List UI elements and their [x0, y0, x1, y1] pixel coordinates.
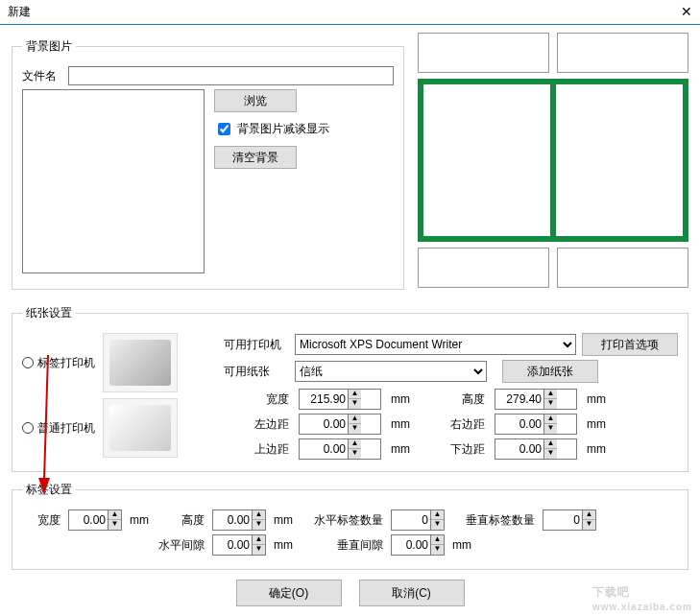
avail-paper-select[interactable]: 信纸	[295, 361, 487, 382]
radio-circle-icon	[22, 422, 34, 434]
fade-checkbox-label: 背景图片减谈显示	[237, 121, 329, 137]
label-vgap-unit: mm	[452, 538, 471, 552]
paper-bottom-label: 下边距	[433, 441, 485, 458]
paper-width-label: 宽度	[233, 391, 289, 408]
label-height-unit: mm	[274, 513, 293, 527]
radio-circle-icon	[22, 357, 34, 368]
label-vcount-label: 垂直标签数量	[452, 512, 535, 529]
spin-down-icon[interactable]: ▼	[349, 399, 361, 409]
fade-checkbox[interactable]: 背景图片减谈显示	[214, 120, 329, 138]
spin-down-icon[interactable]: ▼	[583, 520, 595, 530]
page-preview	[418, 33, 688, 299]
paper-top-spin[interactable]: ▲▼	[299, 438, 381, 460]
avail-printer-select[interactable]: Microsoft XPS Document Writer	[295, 334, 576, 355]
radio-normal-printer[interactable]: 普通打印机	[22, 420, 95, 437]
avail-paper-label: 可用纸张	[224, 364, 289, 380]
paper-top-label: 上边距	[233, 441, 289, 458]
preview-top-right	[557, 33, 688, 73]
filename-label: 文件名	[22, 68, 68, 84]
paper-width-unit: mm	[391, 392, 423, 406]
radio-label-printer-text: 标签打印机	[37, 355, 95, 371]
browse-button[interactable]: 浏览	[214, 89, 297, 112]
paper-height-label: 高度	[433, 391, 485, 408]
label-vcount-spin[interactable]: ▲▼	[543, 509, 596, 531]
label-height-spin[interactable]: ▲▼	[212, 509, 266, 531]
spin-down-icon[interactable]: ▼	[349, 424, 361, 434]
label-hgap-spin[interactable]: ▲▼	[212, 534, 266, 556]
bg-image-legend: 背景图片	[22, 38, 76, 55]
label-hcount-label: 水平标签数量	[301, 512, 383, 529]
spin-down-icon[interactable]: ▼	[544, 449, 557, 459]
paper-left-unit: mm	[391, 417, 423, 431]
label-hgap-unit: mm	[274, 538, 293, 552]
paper-group: 纸张设置 标签打印机 普通打印机	[12, 305, 688, 472]
fade-checkbox-input[interactable]	[218, 123, 230, 135]
label-printer-icon	[103, 333, 178, 392]
radio-label-printer[interactable]: 标签打印机	[22, 355, 95, 371]
label-legend: 标签设置	[22, 482, 76, 498]
label-height-label: 高度	[157, 512, 205, 529]
spin-down-icon[interactable]: ▼	[253, 520, 265, 530]
preview-label-right	[556, 84, 683, 236]
paper-height-spin[interactable]: ▲▼	[495, 389, 577, 410]
close-icon[interactable]: ✕	[681, 4, 692, 19]
cancel-button[interactable]: 取消(C)	[359, 580, 465, 606]
add-paper-button[interactable]: 添加纸张	[502, 360, 598, 383]
radio-normal-printer-text: 普通打印机	[37, 420, 95, 437]
preview-bottom-left	[418, 248, 549, 288]
label-width-label: 宽度	[22, 512, 60, 529]
spin-down-icon[interactable]: ▼	[544, 399, 557, 409]
titlebar: 新建 ✕	[0, 0, 700, 25]
preview-top-left	[418, 33, 549, 73]
spin-down-icon[interactable]: ▼	[253, 545, 265, 555]
paper-left-spin[interactable]: ▲▼	[299, 414, 381, 435]
paper-legend: 纸张设置	[22, 305, 76, 321]
content: 背景图片 文件名 浏览 背景图片减谈显示 清空背景	[0, 25, 700, 614]
label-vgap-label: 垂直间隙	[301, 537, 383, 554]
paper-top-unit: mm	[391, 442, 423, 456]
label-hcount-spin[interactable]: ▲▼	[391, 509, 445, 531]
ok-button[interactable]: 确定(O)	[236, 580, 342, 606]
filename-input[interactable]	[68, 66, 394, 85]
label-width-unit: mm	[130, 513, 149, 527]
paper-left-label: 左边距	[233, 416, 289, 433]
spin-down-icon[interactable]: ▼	[544, 424, 557, 434]
clear-bg-button[interactable]: 清空背景	[214, 146, 297, 169]
bg-image-group: 背景图片 文件名 浏览 背景图片减谈显示 清空背景	[12, 38, 404, 290]
window-title: 新建	[8, 4, 31, 20]
preview-bottom-right	[557, 248, 688, 288]
label-hgap-label: 水平间隙	[157, 537, 205, 554]
paper-right-spin[interactable]: ▲▼	[495, 414, 577, 435]
label-vgap-spin[interactable]: ▲▼	[391, 534, 445, 556]
bg-preview-box	[22, 89, 205, 273]
print-pref-button[interactable]: 打印首选项	[582, 333, 678, 356]
paper-bottom-spin[interactable]: ▲▼	[495, 438, 577, 460]
spin-down-icon[interactable]: ▼	[109, 520, 121, 530]
label-width-spin[interactable]: ▲▼	[68, 509, 122, 531]
normal-printer-icon	[103, 398, 178, 458]
paper-right-label: 右边距	[433, 416, 485, 433]
label-group: 标签设置 宽度 ▲▼ mm 高度 ▲▼ mm 水平标签数量 ▲▼ 垂直标签数量 …	[12, 482, 688, 570]
spin-down-icon[interactable]: ▼	[349, 449, 361, 459]
preview-label-left	[423, 84, 550, 236]
paper-width-spin[interactable]: ▲▼	[299, 389, 381, 410]
paper-height-unit: mm	[587, 392, 619, 406]
spin-down-icon[interactable]: ▼	[431, 545, 444, 555]
spin-down-icon[interactable]: ▼	[431, 520, 444, 530]
paper-bottom-unit: mm	[587, 442, 619, 456]
paper-right-unit: mm	[587, 417, 619, 431]
avail-printer-label: 可用打印机	[224, 337, 289, 353]
preview-main	[418, 79, 688, 242]
